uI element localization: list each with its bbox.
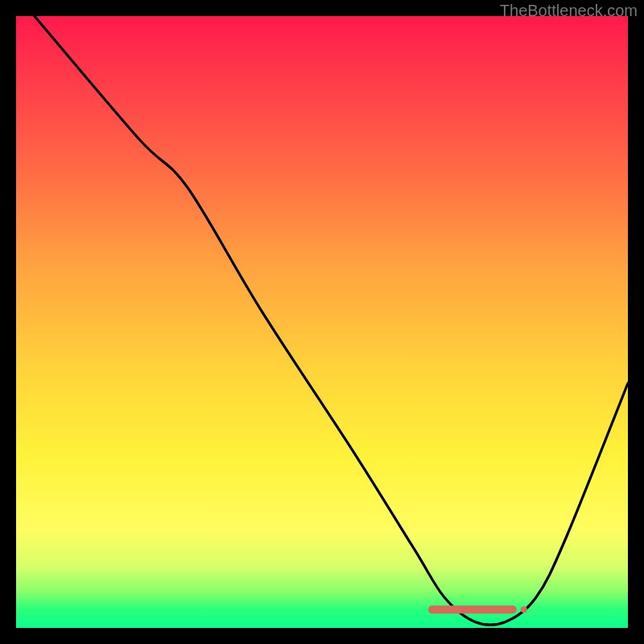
chart-canvas: TheBottleneck.com xyxy=(0,0,644,644)
watermark-text: TheBottleneck.com xyxy=(500,2,638,20)
bottleneck-curve xyxy=(35,16,628,625)
plot-area xyxy=(16,16,628,628)
chart-svg xyxy=(16,16,628,628)
optimum-marker-dot xyxy=(521,606,527,613)
